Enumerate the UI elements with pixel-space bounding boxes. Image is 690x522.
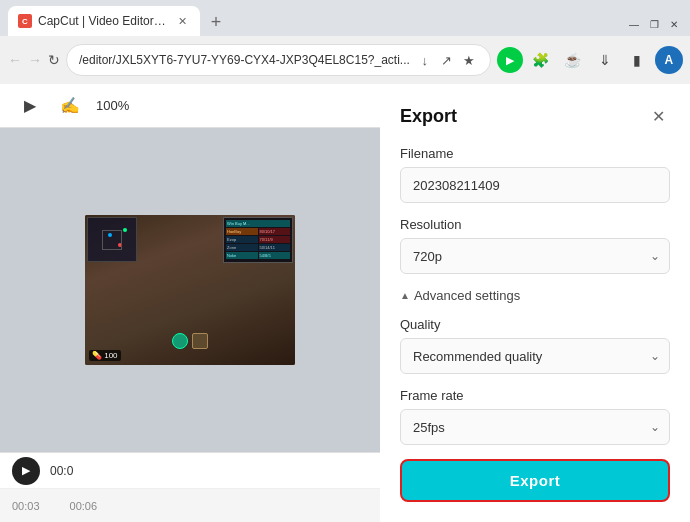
time-marker-1: 00:03 xyxy=(12,500,40,512)
profile-button[interactable]: A xyxy=(655,46,683,74)
timeline-play-button[interactable]: ▶ xyxy=(12,457,40,485)
tab-title: CapCut | Video Editor | All-In-On... xyxy=(38,14,168,28)
extensions-icon[interactable]: 🧩 xyxy=(527,46,555,74)
download-page-icon[interactable]: ↓ xyxy=(416,51,434,69)
bookmark-icon[interactable]: ★ xyxy=(460,51,478,69)
play-tool-button[interactable]: ▶ xyxy=(16,92,44,120)
resolution-label: Resolution xyxy=(400,217,670,232)
sidebar-icon[interactable]: ▮ xyxy=(623,46,651,74)
new-tab-button[interactable]: + xyxy=(202,8,230,36)
filename-input[interactable] xyxy=(400,167,670,203)
current-time: 00:0 xyxy=(50,464,73,478)
quality-label: Quality xyxy=(400,317,670,332)
back-button[interactable]: ← xyxy=(8,46,22,74)
game-background: Win Buy M... HaeBay 80/10/17 Ezop 70/11/… xyxy=(85,215,295,365)
address-icons: ↓ ↗ ★ xyxy=(416,51,478,69)
minimize-button[interactable]: — xyxy=(626,16,642,32)
advanced-settings-toggle[interactable]: ▲ Advanced settings xyxy=(400,288,670,303)
timeline-area: ▶ 00:0 00:03 00:06 xyxy=(0,452,380,522)
chevron-up-icon: ▲ xyxy=(400,290,410,301)
zoom-level: 100% xyxy=(96,98,129,113)
video-preview: Win Buy M... HaeBay 80/10/17 Ezop 70/11/… xyxy=(0,128,380,452)
export-button[interactable]: Export xyxy=(400,459,670,502)
framerate-field: Frame rate 25fps 15fps 24fps 30fps 60fps… xyxy=(400,388,670,445)
quality-select-wrapper: Recommended quality Best quality Balance… xyxy=(400,338,670,374)
quality-select[interactable]: Recommended quality Best quality Balance… xyxy=(400,338,670,374)
framerate-select-wrapper: 25fps 15fps 24fps 30fps 60fps ⌄ xyxy=(400,409,670,445)
share-icon[interactable]: ↗ xyxy=(438,51,456,69)
puzzle-icon[interactable]: ☕ xyxy=(559,46,587,74)
tab-favicon: C xyxy=(18,14,32,28)
framerate-label: Frame rate xyxy=(400,388,670,403)
reload-button[interactable]: ↻ xyxy=(48,46,60,74)
editor-area: ▶ ✍ 100% xyxy=(0,84,380,522)
tab-bar: C CapCut | Video Editor | All-In-On... ✕… xyxy=(0,0,690,36)
address-input[interactable]: /editor/JXL5XYT6-7YU7-YY69-CYX4-JXP3Q4EL… xyxy=(66,44,491,76)
restore-button[interactable]: ❐ xyxy=(646,16,662,32)
panel-close-button[interactable]: ✕ xyxy=(646,104,670,128)
resolution-select[interactable]: 720p 360p 480p 1080p 2K 4K xyxy=(400,238,670,274)
main-content: ▶ ✍ 100% xyxy=(0,84,690,522)
window-controls: — ❐ ✕ xyxy=(626,16,682,36)
capcut-play-icon: ▶ xyxy=(497,47,523,73)
hand-tool-button[interactable]: ✍ xyxy=(56,92,84,120)
browser-frame: C CapCut | Video Editor | All-In-On... ✕… xyxy=(0,0,690,522)
quality-field: Quality Recommended quality Best quality… xyxy=(400,317,670,374)
save-download-icon[interactable]: ⇓ xyxy=(591,46,619,74)
video-thumbnail: Win Buy M... HaeBay 80/10/17 Ezop 70/11/… xyxy=(85,215,295,365)
address-text: /editor/JXL5XYT6-7YU7-YY69-CYX4-JXP3Q4EL… xyxy=(79,53,410,67)
editor-toolbar: ▶ ✍ 100% xyxy=(0,84,380,128)
timeline-track: 00:03 00:06 xyxy=(0,489,380,522)
game-scoreboard: Win Buy M... HaeBay 80/10/17 Ezop 70/11/… xyxy=(223,217,293,263)
game-hud-bottom: 💊 100 xyxy=(89,350,121,361)
hp-display: 💊 100 xyxy=(89,350,121,361)
framerate-select[interactable]: 25fps 15fps 24fps 30fps 60fps xyxy=(400,409,670,445)
export-panel: Export ✕ Filename Resolution 720p 360p 4… xyxy=(380,84,690,522)
close-window-button[interactable]: ✕ xyxy=(666,16,682,32)
timeline-controls: ▶ 00:0 xyxy=(0,453,380,489)
tab-close-button[interactable]: ✕ xyxy=(174,13,190,29)
forward-button[interactable]: → xyxy=(28,46,42,74)
advanced-label: Advanced settings xyxy=(414,288,520,303)
active-tab[interactable]: C CapCut | Video Editor | All-In-On... ✕ xyxy=(8,6,200,36)
resolution-field: Resolution 720p 360p 480p 1080p 2K 4K ⌄ xyxy=(400,217,670,274)
resolution-select-wrapper: 720p 360p 480p 1080p 2K 4K ⌄ xyxy=(400,238,670,274)
game-minimap xyxy=(87,217,137,262)
time-marker-2: 00:06 xyxy=(70,500,98,512)
address-bar: ← → ↻ /editor/JXL5XYT6-7YU7-YY69-CYX4-JX… xyxy=(0,36,690,84)
filename-label: Filename xyxy=(400,146,670,161)
panel-header: Export ✕ xyxy=(400,104,670,128)
toolbar-right: ▶ 🧩 ☕ ⇓ ▮ A ⋮ xyxy=(497,46,690,74)
filename-field: Filename xyxy=(400,146,670,203)
panel-title: Export xyxy=(400,106,457,127)
